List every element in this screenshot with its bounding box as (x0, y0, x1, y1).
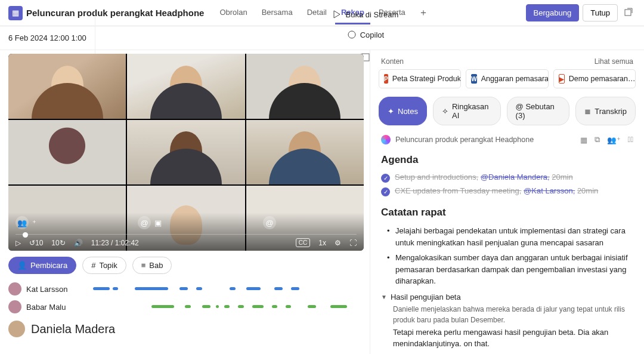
notes-tab[interactable]: ✦ Notes (379, 97, 427, 125)
rewind-10-icon[interactable]: ↺10 (29, 239, 43, 247)
participant-badge[interactable]: @▣ (138, 216, 162, 229)
note-bullet: Mengalokasikan sumber daya dan anggaran … (381, 250, 633, 289)
participant-tile (127, 54, 244, 119)
speaker-name: Kat Larsson (26, 285, 80, 294)
meeting-datetime: 6 Feb 2024 12:00 1:00 (8, 33, 86, 42)
check-icon: ✓ (381, 174, 390, 183)
speaker-row[interactable]: Kat Larsson (8, 280, 364, 298)
file-name: Demo pemasaran… (569, 75, 636, 83)
video-time: 11:23 / 1:02:42 (91, 239, 139, 247)
loop-icon (381, 135, 391, 144)
participant-tile (127, 120, 244, 185)
speed-button[interactable]: 1x (318, 239, 326, 247)
avatar (8, 282, 21, 295)
speaker-timeline[interactable] (85, 304, 364, 309)
visibility-icon[interactable]: 👁̸ (628, 136, 633, 144)
view-all-link[interactable]: Lihat semua (595, 57, 633, 66)
speaker-name: Babar Malu (26, 303, 80, 312)
participant-badge[interactable]: @ (263, 216, 276, 229)
section-lead: Danielle menjelaskan bahwa mereka berada… (381, 304, 633, 325)
cc-button[interactable]: CC (296, 238, 310, 247)
wd-file-icon: W (471, 74, 476, 84)
svg-point-2 (348, 31, 355, 38)
filter-topic[interactable]: # Topik (82, 257, 126, 274)
ai-summary-tab[interactable]: ✧ Ringkasan AI (433, 97, 501, 125)
speaker-timeline[interactable] (85, 287, 364, 291)
share-icon[interactable]: 👥⁺ (607, 136, 621, 144)
video-controls-overlay: 👥⁺ @▣ @ 👥⁺ ▷ ↺10 10↻ 🔊 11:23 / 1:02:42 C… (8, 213, 364, 251)
video-player[interactable]: 👥⁺ @▣ @ 👥⁺ ▷ ↺10 10↻ 🔊 11:23 / 1:02:42 C… (8, 54, 364, 251)
participant-tile (8, 54, 126, 119)
volume-icon[interactable]: 🔊 (74, 239, 83, 247)
filter-speaker[interactable]: 👤 Pembicara (8, 257, 76, 274)
file-name: Anggaran pemasaran… (481, 75, 549, 83)
avatar (8, 300, 21, 313)
mentions-tab[interactable]: @ Sebutan (3) (507, 97, 570, 125)
settings-icon[interactable]: ⚙ (335, 239, 341, 247)
content-label: Konten (381, 57, 404, 66)
transcript-tab[interactable]: ≣ Transkrip (575, 97, 636, 125)
grid-icon[interactable]: ▦ (580, 136, 587, 144)
content-file[interactable]: ▶Demo pemasaran… (553, 69, 636, 88)
copilot-link[interactable]: Copilot (347, 30, 384, 39)
speaker-row[interactable]: Babar Malu (8, 298, 364, 316)
participant-tile (246, 120, 364, 185)
content-file[interactable]: PPeta Strategi Produk… (379, 69, 461, 88)
note-bullet: Jelajahi berbagai pendekatan untuk imple… (381, 223, 633, 250)
video-progress[interactable] (16, 234, 357, 235)
fullscreen-icon[interactable]: ⛶ (349, 239, 357, 247)
participant-tile (246, 54, 364, 119)
agenda-item[interactable]: ✓Setup and introductions, @Daniela Mande… (381, 171, 633, 184)
participant-tile (8, 120, 126, 185)
filter-chapter[interactable]: ≡ Bab (132, 257, 172, 274)
section-body: Tetapi mereka perlu mengawasi hasil peng… (381, 325, 633, 352)
meeting-notes-heading: Catatan rapat (381, 207, 633, 218)
content-file[interactable]: WAnggaran pemasaran… (466, 69, 548, 88)
open-stream-link[interactable]: Buka di Stream (332, 10, 398, 19)
forward-10-icon[interactable]: 10↻ (51, 239, 65, 247)
vd-file-icon: ▶ (559, 74, 565, 84)
check-icon: ✓ (381, 187, 390, 196)
play-icon[interactable]: ▷ (16, 239, 21, 247)
participant-badge[interactable]: 👥⁺ (16, 216, 36, 229)
hovered-speaker: Daniela Madera (8, 316, 364, 337)
section-sub-bullet: Danielle melaporkan kemajuan pengujian b… (388, 352, 633, 355)
agenda-heading: Agenda (381, 154, 633, 166)
section-toggle[interactable]: ▼Hasil pengujian beta (381, 289, 633, 304)
calendar-app-icon: ▦ (8, 6, 23, 20)
pp-file-icon: P (384, 74, 388, 84)
agenda-item[interactable]: ✓CXE updates from Tuesday meeting, @Kat … (381, 184, 633, 198)
svg-marker-1 (334, 11, 340, 18)
copy-icon[interactable]: ⧉ (595, 136, 600, 144)
notes-doc-title: Peluncuran produk perangkat Headphone (395, 136, 534, 144)
file-name: Peta Strategi Produk… (392, 75, 462, 83)
